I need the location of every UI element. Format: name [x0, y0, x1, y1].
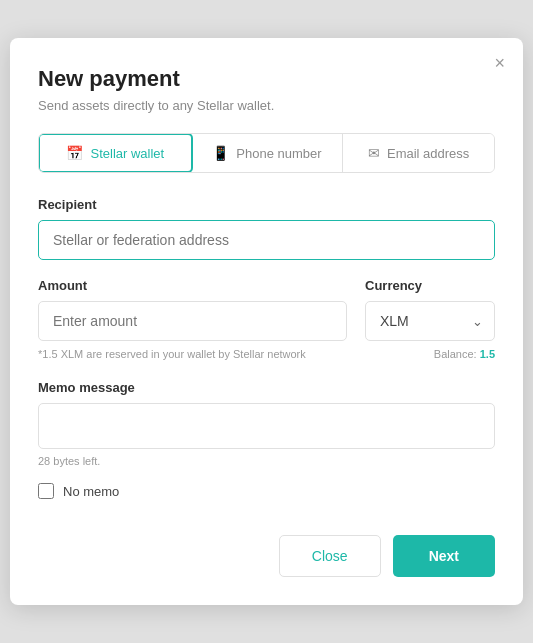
no-memo-label: No memo: [63, 484, 119, 499]
new-payment-dialog: × New payment Send assets directly to an…: [10, 38, 523, 605]
currency-select[interactable]: XLM USD EUR BTC: [365, 301, 495, 341]
dialog-footer: Close Next: [38, 535, 495, 577]
no-memo-row: No memo: [38, 483, 495, 499]
amount-currency-row: Amount Currency XLM USD EUR BTC ⌄: [38, 278, 495, 341]
balance-display: Balance: 1.5: [434, 348, 495, 360]
reserved-hint: *1.5 XLM are reserved in your wallet by …: [38, 348, 306, 360]
dialog-subtitle: Send assets directly to any Stellar wall…: [38, 98, 495, 113]
tab-phone-number-label: Phone number: [236, 146, 321, 161]
stellar-wallet-icon: 📅: [66, 145, 83, 161]
tab-email-address[interactable]: ✉ Email address: [343, 134, 494, 172]
amount-label: Amount: [38, 278, 347, 293]
tab-email-address-label: Email address: [387, 146, 469, 161]
balance-value: 1.5: [480, 348, 495, 360]
tab-stellar-wallet[interactable]: 📅 Stellar wallet: [38, 133, 193, 173]
tab-phone-number[interactable]: 📱 Phone number: [192, 134, 344, 172]
memo-input[interactable]: [38, 403, 495, 449]
currency-section: Currency XLM USD EUR BTC ⌄: [365, 278, 495, 341]
no-memo-checkbox[interactable]: [38, 483, 54, 499]
close-dialog-button[interactable]: ×: [494, 54, 505, 72]
amount-section: Amount: [38, 278, 347, 341]
next-button[interactable]: Next: [393, 535, 495, 577]
tab-stellar-wallet-label: Stellar wallet: [90, 146, 164, 161]
amount-input[interactable]: [38, 301, 347, 341]
hint-row: *1.5 XLM are reserved in your wallet by …: [38, 348, 495, 360]
memo-section: Memo message 28 bytes left.: [38, 380, 495, 467]
currency-select-wrapper: XLM USD EUR BTC ⌄: [365, 301, 495, 341]
close-button[interactable]: Close: [279, 535, 381, 577]
phone-icon: 📱: [212, 145, 229, 161]
recipient-input[interactable]: [38, 220, 495, 260]
recipient-label: Recipient: [38, 197, 495, 212]
payment-tabs: 📅 Stellar wallet 📱 Phone number ✉ Email …: [38, 133, 495, 173]
email-icon: ✉: [368, 145, 380, 161]
bytes-left-hint: 28 bytes left.: [38, 455, 495, 467]
dialog-title: New payment: [38, 66, 495, 92]
recipient-section: Recipient: [38, 197, 495, 260]
memo-label: Memo message: [38, 380, 495, 395]
currency-label: Currency: [365, 278, 495, 293]
balance-label: Balance:: [434, 348, 477, 360]
